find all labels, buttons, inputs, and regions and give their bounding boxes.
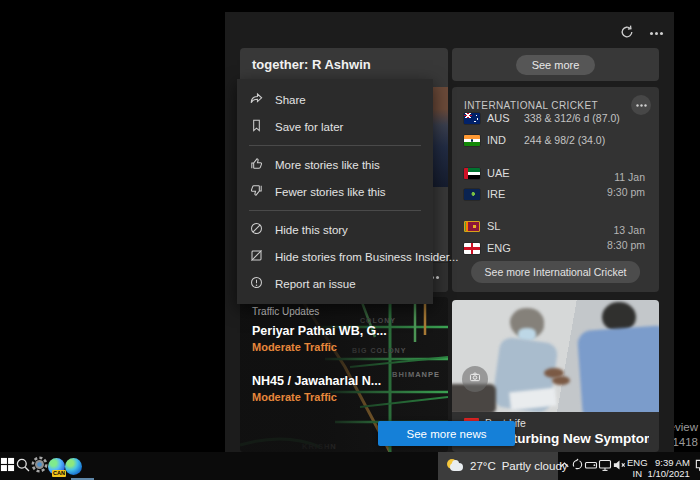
more-icon bbox=[640, 104, 642, 106]
see-more-cricket-button[interactable]: See more International Cricket bbox=[471, 261, 641, 283]
action-center-button[interactable] bbox=[694, 452, 700, 480]
weather-icon bbox=[446, 459, 464, 473]
menu-item-label: Report an issue bbox=[275, 278, 356, 290]
team-code: IRE bbox=[487, 188, 517, 200]
traffic-headline: Periyar Pathai WB, G... bbox=[252, 324, 387, 338]
taskbar: CAN 27°C Partly cloudy EN bbox=[0, 452, 700, 480]
language-line: IN bbox=[627, 468, 648, 479]
refresh-icon bbox=[619, 24, 635, 43]
display-icon bbox=[598, 458, 612, 475]
edge-button[interactable] bbox=[65, 452, 82, 480]
match-time: 8:30 pm bbox=[607, 238, 645, 253]
settings-button[interactable] bbox=[31, 452, 48, 480]
team-code: IND bbox=[487, 134, 517, 146]
photo-figure bbox=[577, 325, 659, 412]
flag-aus bbox=[464, 113, 480, 124]
menu-item-share[interactable]: Share bbox=[237, 86, 433, 113]
thumb-up-icon bbox=[249, 156, 264, 173]
see-more-button[interactable]: See more bbox=[516, 55, 596, 75]
menu-item-fewer-stories[interactable]: Fewer stories like this bbox=[237, 178, 433, 205]
menu-item-label: Share bbox=[275, 94, 306, 106]
menu-item-report-issue[interactable]: Report an issue bbox=[237, 270, 433, 297]
tray-display-button[interactable] bbox=[598, 452, 612, 480]
taskbar-search-button[interactable] bbox=[15, 452, 31, 480]
menu-item-label: Save for later bbox=[275, 121, 343, 133]
menu-item-hide-source[interactable]: Hide stories from Business Insider... bbox=[237, 243, 433, 270]
traffic-text: Traffic Updates Periyar Pathai WB, G... … bbox=[252, 306, 387, 403]
hide-source-icon bbox=[249, 248, 264, 265]
match-time: 9:30 pm bbox=[607, 185, 645, 200]
hidden-icons-button[interactable] bbox=[558, 452, 571, 480]
team-row: IND 244 & 98/2 (34.0) bbox=[464, 134, 605, 146]
story-photo bbox=[452, 300, 659, 412]
menu-item-label: Fewer stories like this bbox=[275, 186, 386, 198]
action-center-icon bbox=[694, 458, 700, 475]
report-icon bbox=[249, 275, 264, 292]
menu-item-label: Hide this story bbox=[275, 224, 348, 236]
traffic-label: Traffic Updates bbox=[252, 306, 387, 317]
share-icon bbox=[249, 91, 264, 108]
flyout-more-button[interactable] bbox=[653, 30, 660, 37]
traffic-status: Moderate Traffic bbox=[252, 391, 387, 403]
team-code: ENG bbox=[487, 242, 517, 254]
team-row: UAE bbox=[464, 167, 517, 179]
team-row: IRE bbox=[464, 188, 517, 200]
block-icon bbox=[249, 221, 264, 238]
menu-item-save-for-later[interactable]: Save for later bbox=[237, 113, 433, 140]
team-row: ENG bbox=[464, 242, 517, 254]
menu-item-more-stories[interactable]: More stories like this bbox=[237, 151, 433, 178]
flag-ind bbox=[464, 135, 480, 146]
team-row: AUS 338 & 312/6 d (87.0) bbox=[464, 112, 620, 124]
match-datetime: 13 Jan 8:30 pm bbox=[607, 223, 645, 253]
clock-date: 1/10/2021 bbox=[648, 468, 690, 479]
start-button[interactable] bbox=[0, 452, 15, 480]
team-row: SL bbox=[464, 220, 517, 232]
match-datetime: 11 Jan 9:30 pm bbox=[607, 170, 645, 200]
story-context-menu: Share Save for later More stories like t… bbox=[237, 79, 433, 304]
search-icon bbox=[15, 457, 31, 476]
flyout-topbar bbox=[617, 22, 660, 45]
clock-time: 9:39 AM bbox=[648, 457, 690, 468]
match-date: 11 Jan bbox=[607, 170, 645, 185]
see-more-news-button[interactable]: See more news bbox=[378, 421, 515, 446]
menu-divider bbox=[249, 145, 421, 146]
taskbar-clock[interactable]: 9:39 AM 1/10/2021 bbox=[648, 452, 692, 480]
cricket-more-button[interactable] bbox=[631, 95, 651, 115]
menu-item-label: Hide stories from Business Insider... bbox=[275, 251, 458, 263]
edge-icon bbox=[65, 458, 82, 475]
match-date: 13 Jan bbox=[607, 223, 645, 238]
volume-button[interactable] bbox=[612, 452, 627, 480]
team-score: 338 & 312/6 d (87.0) bbox=[524, 112, 620, 124]
language-line: ENG bbox=[627, 457, 648, 468]
edge-canary-button[interactable]: CAN bbox=[48, 452, 65, 480]
cricket-card: INTERNATIONAL CRICKET AUS 338 & 312/6 d … bbox=[452, 87, 659, 292]
photo-figure bbox=[552, 376, 570, 385]
menu-divider bbox=[249, 210, 421, 211]
team-code: AUS bbox=[487, 112, 517, 124]
cricket-title: INTERNATIONAL CRICKET bbox=[464, 100, 598, 111]
bookmark-icon bbox=[249, 118, 264, 135]
canary-badge: CAN bbox=[52, 470, 66, 477]
menu-item-hide-story[interactable]: Hide this story bbox=[237, 216, 433, 243]
camera-icon bbox=[468, 370, 482, 388]
sync-circle-icon bbox=[571, 458, 584, 474]
thumb-down-icon bbox=[249, 183, 264, 200]
volume-muted-icon bbox=[612, 458, 627, 475]
tray-sync-button[interactable] bbox=[571, 452, 584, 480]
chevron-up-icon bbox=[558, 458, 571, 474]
cricket-header: INTERNATIONAL CRICKET bbox=[452, 87, 659, 115]
team-code: SL bbox=[487, 220, 517, 232]
tray-pen-tablet-button[interactable] bbox=[584, 452, 598, 480]
menu-item-label: More stories like this bbox=[275, 159, 380, 171]
see-more-card: See more bbox=[452, 48, 659, 81]
team-code: UAE bbox=[487, 167, 517, 179]
refresh-button[interactable] bbox=[617, 22, 637, 45]
flag-uae bbox=[464, 168, 480, 179]
team-score: 244 & 98/2 (34.0) bbox=[524, 134, 605, 146]
weather-temp: 27°C bbox=[470, 460, 496, 472]
flag-eng bbox=[464, 243, 480, 254]
language-indicator[interactable]: ENG IN bbox=[627, 452, 648, 480]
story-image bbox=[433, 87, 448, 187]
weather-taskbar-button[interactable]: 27°C Partly cloudy bbox=[438, 452, 558, 480]
news-interests-flyout: together: R Ashwin Like bbox=[225, 12, 674, 452]
